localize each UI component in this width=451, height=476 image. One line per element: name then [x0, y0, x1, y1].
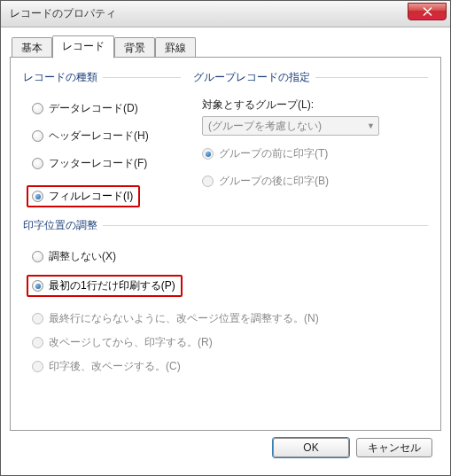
radio-label: フッターレコード(F)	[49, 156, 147, 171]
group-record-type: レコードの種類 データレコード(D) ヘッダーレコード(H) フッターレコード(…	[23, 70, 181, 218]
radio-label: ヘッダーレコード(H)	[49, 129, 149, 144]
target-group-select[interactable]: (グループを考慮しない) ▼	[202, 116, 379, 136]
radio-avoid-last-line[interactable]: 最終行にならないように、改ページ位置を調整する。(N)	[32, 311, 428, 326]
radio-label: 改ページしてから、印字する。(R)	[49, 335, 213, 350]
close-icon	[423, 7, 432, 16]
group-title: グループレコードの指定	[193, 70, 315, 85]
tab-label: 背景	[124, 42, 145, 54]
radio-label: グループの前に印字(T)	[219, 146, 328, 161]
target-group-label: 対象とするグループ(L):	[202, 98, 428, 113]
radio-icon	[32, 313, 43, 324]
radio-label: 印字後、改ページする。(C)	[49, 359, 181, 374]
group-print-position: 印字位置の調整 調整しない(X) 最初の1行だけ印刷する(P) 最終行にならない…	[23, 218, 428, 383]
top-row: レコードの種類 データレコード(D) ヘッダーレコード(H) フッターレコード(…	[23, 70, 428, 218]
radio-label: フィルレコード(I)	[49, 189, 133, 204]
chevron-down-icon: ▼	[367, 121, 375, 130]
radio-icon	[32, 280, 43, 292]
radio-print-then-newpage[interactable]: 印字後、改ページする。(C)	[32, 359, 428, 374]
radio-icon	[32, 130, 43, 142]
radio-icon	[202, 176, 214, 187]
radio-no-adjust[interactable]: 調整しない(X)	[32, 249, 428, 264]
radio-label: 調整しない(X)	[49, 249, 116, 264]
group-group-record: グループレコードの指定 対象とするグループ(L): (グループを考慮しない) ▼…	[193, 70, 428, 218]
radio-fill-record[interactable]: フィルレコード(I)	[27, 185, 140, 207]
tab-label: 罫線	[165, 42, 186, 54]
cancel-button[interactable]: キャンセル	[356, 438, 432, 457]
radio-data-record[interactable]: データレコード(D)	[32, 101, 181, 116]
close-button[interactable]	[408, 3, 447, 20]
select-value: (グループを考慮しない)	[208, 119, 322, 134]
radio-footer-record[interactable]: フッターレコード(F)	[32, 156, 181, 171]
radio-icon	[32, 251, 43, 262]
radio-header-record[interactable]: ヘッダーレコード(H)	[32, 129, 181, 144]
radio-print-after-group[interactable]: グループの後に印字(B)	[202, 174, 428, 189]
radio-icon	[32, 191, 43, 202]
radio-icon	[32, 337, 43, 348]
tab-strip: 基本 レコード 背景 罫線	[10, 35, 441, 58]
radio-label: グループの後に印字(B)	[219, 174, 329, 189]
radio-label: 最初の1行だけ印刷する(P)	[49, 278, 175, 293]
button-label: キャンセル	[368, 441, 421, 456]
dialog-buttons: OK キャンセル	[10, 431, 441, 466]
dialog-window: レコードのプロパティ 基本 レコード 背景 罫線 レコードの種類 データレコード…	[0, 0, 451, 476]
ok-button[interactable]: OK	[273, 438, 349, 457]
tab-label: レコード	[62, 40, 105, 52]
window-title: レコードのプロパティ	[10, 6, 116, 21]
titlebar: レコードのプロパティ	[1, 1, 450, 27]
radio-icon	[32, 361, 43, 372]
button-label: OK	[303, 441, 318, 454]
radio-icon	[32, 158, 43, 169]
radio-icon	[32, 103, 43, 114]
radio-first-line-only[interactable]: 最初の1行だけ印刷する(P)	[27, 275, 183, 297]
radio-print-before-group[interactable]: グループの前に印字(T)	[202, 146, 428, 161]
client-area: 基本 レコード 背景 罫線 レコードの種類 データレコード(D) ヘッダーレコー…	[1, 27, 450, 475]
radio-label: データレコード(D)	[49, 101, 138, 116]
tab-panel: レコードの種類 データレコード(D) ヘッダーレコード(H) フッターレコード(…	[10, 57, 441, 431]
tab-label: 基本	[21, 42, 43, 54]
tab-record[interactable]: レコード	[52, 35, 114, 59]
radio-newpage-then-print[interactable]: 改ページしてから、印字する。(R)	[32, 335, 428, 350]
group-title: レコードの種類	[23, 70, 103, 85]
radio-icon	[202, 148, 214, 160]
radio-label: 最終行にならないように、改ページ位置を調整する。(N)	[49, 311, 319, 326]
group-title: 印字位置の調整	[23, 218, 103, 233]
